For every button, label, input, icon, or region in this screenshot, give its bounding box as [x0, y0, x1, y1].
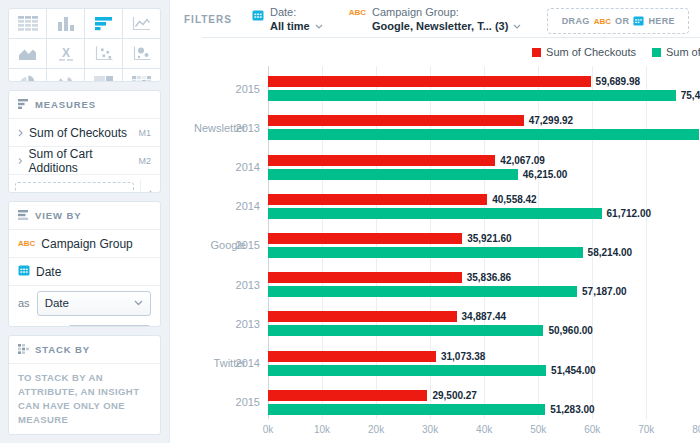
view-by-icon [18, 210, 29, 222]
checkouts-bar[interactable] [268, 351, 436, 362]
filters-title: FILTERS [184, 14, 232, 25]
group-by-select[interactable]: Year [68, 325, 151, 327]
y-axis-year-label: 2014 [170, 344, 260, 383]
x-axis-tick-label: 20k [368, 424, 384, 435]
y-axis-year-label: 2013 [170, 108, 260, 147]
measure-item-m1[interactable]: Sum of Checkouts M1 [9, 119, 160, 147]
checkouts-bar[interactable] [268, 76, 591, 87]
campaign-group-filter[interactable]: ABC Campaign Group: Google, Newsletter, … [349, 6, 522, 33]
cart-additions-bar[interactable] [268, 208, 602, 219]
cart-additions-bar[interactable] [268, 404, 545, 415]
bar-pair-row: 29,500.2751,283.00 [268, 383, 700, 422]
checkouts-bar[interactable] [268, 115, 524, 126]
measures-title: MEASURES [35, 99, 96, 110]
measures-section: MEASURES Sum of Checkouts M1 Sum of Cart… [8, 90, 161, 193]
bar-value-label: 35,921.60 [467, 233, 512, 244]
date-filter[interactable]: Date: All time [252, 6, 323, 33]
legend-label: Sum of Cart Additions [666, 46, 700, 58]
cart-additions-bar[interactable] [268, 129, 699, 140]
viewby-item-campaign-group[interactable]: ABC Campaign Group [9, 230, 160, 258]
add-measure-button[interactable]: + [140, 180, 160, 193]
bar-value-label: 75,446.00 [681, 90, 700, 101]
chevron-down-icon [315, 24, 323, 29]
vis-type-pie-chart-icon[interactable] [9, 69, 46, 82]
abc-attribute-icon: ABC [349, 8, 366, 33]
date-filter-label: Date: [270, 6, 323, 20]
bar-value-label: 51,283.00 [550, 404, 595, 415]
vis-type-bar-chart-icon[interactable] [85, 9, 122, 38]
date-as-row: as Date [9, 286, 160, 320]
filters-bar: FILTERS Date: All time ABC Campaign Grou… [170, 0, 700, 38]
y-axis-year-label: 2015 [170, 69, 260, 108]
checkouts-bar[interactable] [268, 233, 462, 244]
bar-value-label: 34,887.44 [462, 311, 507, 322]
checkouts-bar[interactable] [268, 311, 457, 322]
filter-drop-zone[interactable]: DRAG ABC OR HERE [547, 8, 689, 34]
drop-zone-text: HERE [106, 190, 133, 193]
cart-additions-bar[interactable] [268, 286, 577, 297]
cart-additions-bar[interactable] [268, 365, 546, 376]
x-axis-tick-label: 30k [422, 424, 438, 435]
main-area: FILTERS Date: All time ABC Campaign Grou… [170, 0, 700, 443]
vis-type-scatter-plot-icon[interactable] [85, 39, 122, 68]
cart-additions-bar[interactable] [268, 90, 676, 101]
vis-type-area-chart-icon[interactable] [9, 39, 46, 68]
bar-value-label: 59,689.98 [596, 76, 641, 87]
stack-by-header: STACK BY [9, 336, 160, 364]
drop-zone-text: OR [67, 190, 81, 193]
cart-additions-bar[interactable] [268, 247, 583, 258]
vis-type-bubble-chart-icon[interactable] [123, 39, 160, 68]
checkouts-bar[interactable] [268, 390, 427, 401]
chart-legend: Sum of Checkouts Sum of Cart Additions [532, 46, 700, 58]
vis-type-line-chart-icon[interactable] [123, 9, 160, 38]
measures-icon [18, 99, 29, 111]
attribute-token: ABC [594, 17, 611, 26]
bar-pair-row: 35,836.8657,187.00 [268, 265, 700, 304]
bar-pair-row: 35,921.6058,214.00 [268, 226, 700, 265]
bar-value-label: 50,960.00 [548, 325, 593, 336]
legend-swatch [532, 48, 541, 57]
vis-type-column-chart-icon[interactable] [47, 9, 84, 38]
x-axis-tick-label: 60k [584, 424, 600, 435]
view-by-header: VIEW BY [9, 202, 160, 230]
bar-value-label: 51,454.00 [551, 365, 596, 376]
y-axis-year-label: 2013 [170, 265, 260, 304]
checkouts-bar[interactable] [268, 155, 495, 166]
chevron-right-icon [18, 129, 23, 137]
stack-by-section: STACK BY TO STACK BY AN ATTRIBUTE, AN IN… [8, 335, 161, 435]
legend-item-checkouts[interactable]: Sum of Checkouts [532, 46, 636, 58]
bar-value-label: 35,836.86 [467, 272, 512, 283]
y-axis-year-label: 2015 [170, 383, 260, 422]
cart-additions-bar[interactable] [268, 325, 543, 336]
vis-type-treemap-icon[interactable] [85, 69, 122, 82]
vis-type-heatmap-icon[interactable] [123, 69, 160, 82]
measure-drop-zone[interactable]: DRAG 123 OR ABC HERE [15, 182, 134, 193]
measure-tag: M1 [138, 128, 151, 138]
checkouts-bar[interactable] [268, 194, 487, 205]
x-axis-tick-label: 70k [638, 424, 654, 435]
viewby-item-date[interactable]: Date [9, 258, 160, 286]
stack-measures-row[interactable]: Stack measures [9, 429, 160, 435]
drop-zone-text: DRAG [562, 16, 590, 26]
y-axis-year-label: 2015 [170, 226, 260, 265]
vis-type-table-icon[interactable] [9, 9, 46, 38]
chart-year-labels: 201520132014201420152013201320142015 [170, 66, 260, 419]
measure-label: Sum of Cart Additions [28, 147, 132, 175]
bar-value-label: 31,073.38 [441, 351, 486, 362]
date-group-by-row: group by Year [9, 320, 160, 327]
cart-additions-bar[interactable] [268, 169, 518, 180]
bar-chart: Sum of Checkouts Sum of Cart Additions N… [170, 38, 700, 443]
measure-item-m2[interactable]: Sum of Cart Additions M2 [9, 147, 160, 175]
vis-type-donut-chart-icon[interactable] [47, 69, 84, 82]
campaign-filter-label: Campaign Group: [372, 6, 521, 20]
vis-type-headline-icon[interactable]: X [47, 39, 84, 68]
date-as-select[interactable]: Date [37, 291, 151, 316]
date-filter-value: All time [270, 20, 310, 34]
legend-item-cart-additions[interactable]: Sum of Cart Additions [652, 46, 700, 58]
svg-text:X: X [61, 46, 69, 60]
legend-swatch [652, 48, 661, 57]
x-axis-tick-label: 0k [263, 424, 274, 435]
campaign-filter-value: Google, Newsletter, T... (3) [372, 20, 508, 34]
numeric-token: 123 [48, 191, 63, 193]
checkouts-bar[interactable] [268, 272, 462, 283]
